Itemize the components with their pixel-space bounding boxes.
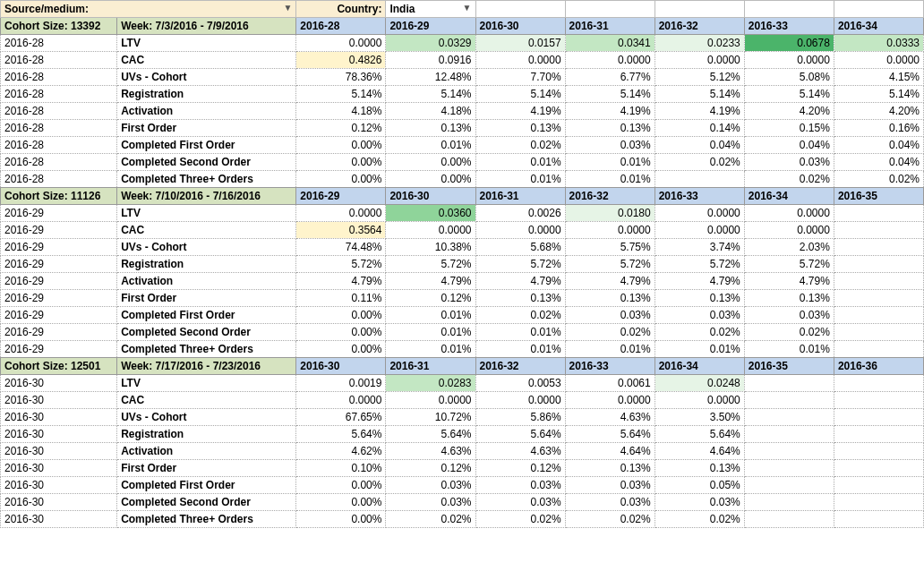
cohort-key-cell[interactable]: 2016-30	[1, 392, 117, 409]
metric-label-cell[interactable]: Completed Three+ Orders	[117, 171, 296, 188]
source-medium-cell[interactable]: Source/medium:▼	[1, 1, 296, 18]
cohort-key-cell[interactable]: 2016-29	[1, 324, 117, 341]
value-cell[interactable]: 0.03%	[475, 494, 565, 511]
value-cell[interactable]: 0.02%	[654, 154, 744, 171]
metric-label-cell[interactable]: CAC	[117, 52, 296, 69]
value-cell[interactable]	[834, 222, 923, 239]
value-cell[interactable]: 5.64%	[654, 426, 744, 443]
value-cell[interactable]: 0.01%	[565, 154, 654, 171]
value-cell[interactable]: 0.00%	[296, 171, 386, 188]
week-header-cell[interactable]: 2016-28	[296, 18, 386, 35]
value-cell[interactable]: 0.0000	[565, 392, 654, 409]
week-header-cell[interactable]: 2016-33	[744, 18, 834, 35]
value-cell[interactable]: 10.72%	[386, 409, 475, 426]
value-cell[interactable]: 5.75%	[565, 239, 654, 256]
value-cell[interactable]: 0.0916	[386, 52, 475, 69]
value-cell[interactable]: 0.02%	[565, 324, 654, 341]
value-cell[interactable]	[744, 392, 834, 409]
cohort-key-cell[interactable]: 2016-29	[1, 273, 117, 290]
value-cell[interactable]: 3.50%	[654, 409, 744, 426]
value-cell[interactable]: 0.4826	[296, 52, 386, 69]
value-cell[interactable]: 0.12%	[475, 460, 565, 477]
empty-cell[interactable]	[744, 1, 834, 18]
value-cell[interactable]	[834, 256, 923, 273]
value-cell[interactable]: 0.01%	[386, 341, 475, 358]
value-cell[interactable]: 0.03%	[475, 477, 565, 494]
week-header-cell[interactable]: 2016-35	[834, 188, 923, 205]
value-cell[interactable]: 0.03%	[386, 477, 475, 494]
week-header-cell[interactable]: 2016-31	[565, 18, 654, 35]
cohort-key-cell[interactable]: 2016-28	[1, 171, 117, 188]
cohort-key-cell[interactable]: 2016-28	[1, 154, 117, 171]
value-cell[interactable]: 0.0248	[654, 375, 744, 392]
value-cell[interactable]: 0.13%	[475, 290, 565, 307]
empty-cell[interactable]	[475, 1, 565, 18]
value-cell[interactable]: 0.01%	[744, 341, 834, 358]
metric-label-cell[interactable]: Registration	[117, 426, 296, 443]
value-cell[interactable]: 0.0026	[475, 205, 565, 222]
value-cell[interactable]: 4.19%	[565, 103, 654, 120]
cohort-key-cell[interactable]: 2016-29	[1, 341, 117, 358]
value-cell[interactable]	[744, 477, 834, 494]
week-header-cell[interactable]: 2016-31	[386, 358, 475, 375]
cohort-key-cell[interactable]: 2016-30	[1, 409, 117, 426]
value-cell[interactable]: 4.18%	[386, 103, 475, 120]
value-cell[interactable]	[834, 460, 923, 477]
value-cell[interactable]: 0.15%	[744, 120, 834, 137]
cohort-key-cell[interactable]: 2016-29	[1, 307, 117, 324]
value-cell[interactable]: 4.64%	[654, 443, 744, 460]
week-header-cell[interactable]: 2016-30	[296, 358, 386, 375]
value-cell[interactable]: 0.13%	[565, 290, 654, 307]
value-cell[interactable]: 4.19%	[654, 103, 744, 120]
value-cell[interactable]: 0.0000	[654, 205, 744, 222]
value-cell[interactable]: 4.79%	[565, 273, 654, 290]
metric-label-cell[interactable]: LTV	[117, 205, 296, 222]
metric-label-cell[interactable]: Activation	[117, 443, 296, 460]
cohort-key-cell[interactable]: 2016-30	[1, 460, 117, 477]
metric-label-cell[interactable]: Completed Three+ Orders	[117, 341, 296, 358]
value-cell[interactable]: 4.62%	[296, 443, 386, 460]
value-cell[interactable]: 4.79%	[744, 273, 834, 290]
metric-label-cell[interactable]: Completed Second Order	[117, 324, 296, 341]
metric-label-cell[interactable]: CAC	[117, 392, 296, 409]
value-cell[interactable]: 0.03%	[565, 477, 654, 494]
metric-label-cell[interactable]: Completed First Order	[117, 137, 296, 154]
value-cell[interactable]: 0.04%	[654, 137, 744, 154]
value-cell[interactable]: 74.48%	[296, 239, 386, 256]
value-cell[interactable]: 0.03%	[565, 307, 654, 324]
value-cell[interactable]	[654, 171, 744, 188]
value-cell[interactable]: 0.03%	[744, 307, 834, 324]
value-cell[interactable]: 0.0233	[654, 35, 744, 52]
week-header-cell[interactable]: 2016-35	[744, 358, 834, 375]
value-cell[interactable]	[834, 341, 923, 358]
cohort-key-cell[interactable]: 2016-30	[1, 494, 117, 511]
value-cell[interactable]	[834, 375, 923, 392]
week-header-cell[interactable]: 2016-29	[386, 18, 475, 35]
week-range-cell[interactable]: Week: 7/10/2016 - 7/16/2016	[117, 188, 296, 205]
value-cell[interactable]: 5.86%	[475, 409, 565, 426]
value-cell[interactable]: 0.0360	[386, 205, 475, 222]
value-cell[interactable]: 0.03%	[386, 494, 475, 511]
cohort-key-cell[interactable]: 2016-30	[1, 511, 117, 528]
value-cell[interactable]: 0.01%	[386, 137, 475, 154]
value-cell[interactable]: 0.02%	[654, 511, 744, 528]
value-cell[interactable]: 0.01%	[654, 341, 744, 358]
value-cell[interactable]: 0.01%	[475, 341, 565, 358]
cohort-key-cell[interactable]: 2016-29	[1, 256, 117, 273]
value-cell[interactable]: 4.64%	[565, 443, 654, 460]
value-cell[interactable]	[834, 392, 923, 409]
metric-label-cell[interactable]: Completed First Order	[117, 307, 296, 324]
value-cell[interactable]: 5.14%	[475, 86, 565, 103]
metric-label-cell[interactable]: Registration	[117, 256, 296, 273]
week-header-cell[interactable]: 2016-32	[654, 18, 744, 35]
value-cell[interactable]: 5.14%	[744, 86, 834, 103]
week-header-cell[interactable]: 2016-33	[565, 358, 654, 375]
value-cell[interactable]: 4.19%	[475, 103, 565, 120]
cohort-size-cell[interactable]: Cohort Size: 13392	[1, 18, 117, 35]
value-cell[interactable]: 4.79%	[386, 273, 475, 290]
cohort-key-cell[interactable]: 2016-30	[1, 426, 117, 443]
empty-cell[interactable]	[834, 1, 923, 18]
value-cell[interactable]: 0.13%	[654, 460, 744, 477]
value-cell[interactable]: 5.14%	[654, 86, 744, 103]
value-cell[interactable]: 0.11%	[296, 290, 386, 307]
